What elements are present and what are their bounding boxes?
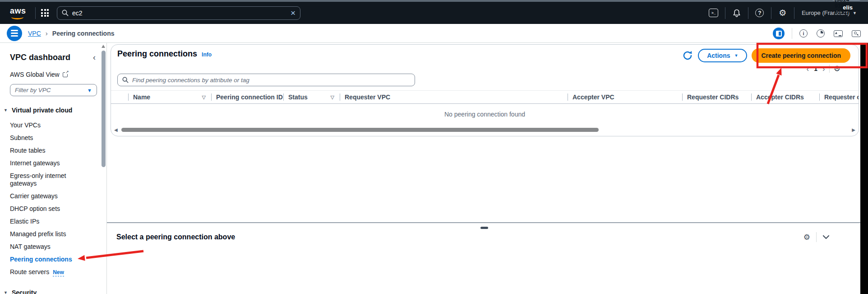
sidebar-nav-item[interactable]: DHCP option sets	[10, 203, 89, 215]
filter-funnel-icon[interactable]: ▽	[327, 94, 336, 100]
create-peering-connection-button[interactable]: Create peering connection	[752, 48, 850, 63]
search-icon	[62, 9, 69, 16]
terminal-icon: >_	[709, 9, 718, 17]
sidebar-scrollbar[interactable]	[102, 45, 106, 289]
vpc-sidebar: VPC dashboard ‹ AWS Global View ↗ Filter…	[0, 43, 107, 294]
column-header[interactable]: Accepter VPC ▽	[568, 91, 682, 103]
previous-page-icon[interactable]: ‹	[807, 65, 809, 73]
panel-collapse-chevron-icon[interactable]	[822, 235, 830, 239]
vpc-filter-select[interactable]: Filter by VPC ▼	[10, 84, 97, 96]
sidebar-nav-item[interactable]: Your VPCs	[10, 119, 89, 132]
checkbox-column	[111, 91, 128, 103]
breadcrumb-separator: ›	[46, 29, 48, 37]
scrollbar-thumb[interactable]	[102, 51, 106, 167]
column-header[interactable]: Requester VPC ▽	[340, 91, 568, 103]
horizontal-scrollbar: ◀ ▶	[111, 125, 859, 136]
panel-settings-gear-icon[interactable]: ⚙	[803, 233, 810, 241]
question-icon: ?	[755, 9, 764, 17]
sidebar-section-virtual-private-cloud[interactable]: ▼ Virtual private cloud	[10, 107, 106, 114]
table-settings-gear-icon[interactable]: ⚙	[834, 65, 840, 73]
column-header[interactable]: Requester CIDRs ▽	[682, 91, 751, 103]
sidebar-nav-item[interactable]: Subnets	[10, 132, 89, 145]
page-title: Peering connections	[117, 49, 197, 59]
section-caret-icon: ▼	[4, 108, 8, 112]
panel-icon	[776, 31, 782, 37]
services-grid-icon[interactable]	[41, 9, 49, 17]
section-caret-icon: ▼	[4, 290, 8, 294]
notifications-button[interactable]	[731, 7, 743, 19]
scrollbar-thumb[interactable]	[121, 128, 599, 132]
scroll-left-arrow-icon[interactable]: ◀	[114, 128, 118, 132]
new-badge: New	[53, 269, 64, 276]
table-filter-input[interactable]: Find peering connections by attribute or…	[117, 74, 415, 86]
clear-search-icon[interactable]: ×	[291, 9, 295, 17]
aws-global-view-link[interactable]: AWS Global View ↗	[10, 71, 106, 78]
sidebar-nav-item[interactable]: Peering connections	[10, 253, 89, 266]
filter-funnel-icon[interactable]: ▽	[199, 94, 208, 100]
bell-icon	[732, 9, 741, 18]
column-header[interactable]: Requester o ▽	[819, 91, 859, 103]
current-page-number[interactable]: 1	[813, 65, 818, 72]
main-panel: Peering connections Info Actions ▼ Creat…	[107, 43, 868, 294]
sidebar-nav-item[interactable]: Egress-only internet gateways	[10, 170, 89, 190]
sidebar-nav-item[interactable]: Route tables	[10, 145, 89, 157]
aws-top-navbar: aws ec2 × >_ ? ⚙	[0, 2, 868, 24]
sidebar-menu-button[interactable]	[7, 26, 22, 41]
search-icon	[122, 77, 129, 83]
account-menu[interactable]: aws-elis-v3 (3814-9190-6232) ▼	[831, 0, 862, 0]
divider	[792, 28, 792, 39]
sidebar-title[interactable]: VPC dashboard	[10, 53, 70, 62]
tutorial-window-icon[interactable]	[834, 30, 843, 37]
gear-icon: ⚙	[779, 9, 786, 17]
sidebar-nav-item[interactable]: Elastic IPs	[10, 215, 89, 228]
usage-meter-icon[interactable]	[817, 29, 825, 37]
filter-placeholder: Find peering connections by attribute or…	[132, 77, 249, 84]
panel-resize-handle[interactable]	[480, 227, 488, 229]
divider	[771, 7, 771, 19]
navbar-right: >_ ? ⚙ Europe (Frankfurt) ▼ aws-elis-v3 …	[708, 7, 862, 19]
help-button[interactable]: ?	[754, 7, 766, 19]
cloudshell-button[interactable]: >_	[708, 7, 720, 19]
table-empty-state: No peering connection found	[111, 104, 859, 125]
column-header[interactable]: Peering connection ID ▽	[211, 91, 283, 103]
breadcrumb-service-link[interactable]: VPC	[28, 30, 41, 37]
scrollbar-track[interactable]	[120, 128, 850, 132]
scroll-right-arrow-icon[interactable]: ▶	[852, 128, 855, 132]
next-page-icon[interactable]: ›	[822, 65, 825, 73]
aws-console-page: aws ec2 × >_ ? ⚙	[0, 0, 868, 294]
sidebar-nav-item[interactable]: Route serversNew	[10, 266, 89, 279]
sidebar-nav-item[interactable]: Carrier gateways	[10, 190, 89, 203]
user-menu[interactable]: elis	[843, 4, 853, 11]
page-tools: i	[773, 24, 861, 43]
info-link[interactable]: Info	[202, 51, 212, 58]
sidebar-nav-item[interactable]: Managed prefix lists	[10, 228, 89, 241]
inspector-window-icon[interactable]	[852, 30, 861, 37]
chevron-down-icon: ▼	[87, 88, 92, 93]
side-panel-toggle-button[interactable]	[773, 28, 785, 39]
search-value: ec2	[72, 9, 291, 17]
vpc-filter-placeholder: Filter by VPC	[15, 87, 51, 93]
column-header[interactable]: Status ▽	[283, 91, 340, 103]
divider	[816, 232, 817, 242]
aws-logo-text: aws	[10, 6, 26, 15]
sidebar-section-security[interactable]: ▼ Security	[10, 289, 106, 294]
chevron-down-icon: ▼	[734, 53, 738, 58]
divider	[829, 65, 830, 73]
chevron-down-icon: ▼	[853, 11, 857, 15]
breadcrumb-bar: VPC › Peering connections i	[0, 24, 868, 43]
pagination: ‹ 1 › ⚙	[807, 65, 840, 73]
scroll-up-arrow-icon[interactable]	[102, 45, 105, 48]
actions-button[interactable]: Actions ▼	[698, 49, 747, 62]
info-icon[interactable]: i	[799, 29, 808, 37]
sidebar-nav-item[interactable]: Internet gateways	[10, 157, 89, 170]
refresh-button[interactable]	[682, 50, 693, 61]
settings-button[interactable]: ⚙	[777, 7, 789, 19]
column-header[interactable]: Name ▽	[128, 91, 211, 103]
aws-logo[interactable]: aws	[10, 6, 30, 20]
aws-smile-icon	[11, 15, 23, 19]
split-panel: Select a peering connection above ⚙	[107, 222, 860, 294]
sidebar-nav-item[interactable]: NAT gateways	[10, 241, 89, 253]
global-search-input[interactable]: ec2 ×	[57, 6, 300, 20]
column-header[interactable]: Accepter CIDRs ▽	[751, 91, 819, 103]
collapse-sidebar-icon[interactable]: ‹	[93, 53, 96, 62]
